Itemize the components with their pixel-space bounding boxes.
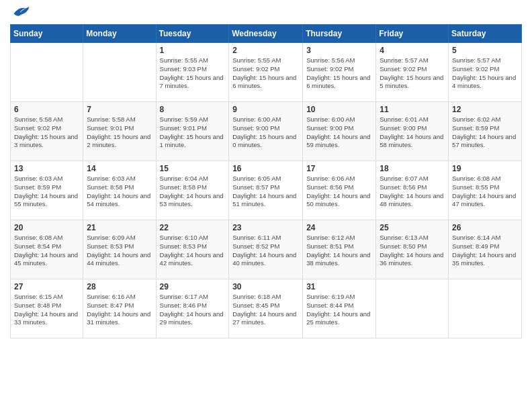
day-number: 22	[160, 223, 226, 232]
calendar-cell: 14Sunrise: 6:03 AM Sunset: 8:58 PM Dayli…	[83, 161, 156, 220]
day-number: 20	[14, 223, 79, 232]
day-number: 23	[232, 223, 299, 232]
calendar-cell: 27Sunrise: 6:15 AM Sunset: 8:48 PM Dayli…	[11, 279, 83, 338]
day-number: 31	[306, 282, 372, 291]
day-number: 14	[87, 164, 152, 173]
calendar-cell: 21Sunrise: 6:09 AM Sunset: 8:53 PM Dayli…	[83, 220, 156, 279]
week-row-1: 1Sunrise: 5:55 AM Sunset: 9:03 PM Daylig…	[11, 43, 522, 102]
day-number: 18	[380, 164, 445, 173]
cell-content: Sunrise: 5:59 AM Sunset: 9:01 PM Dayligh…	[160, 116, 226, 150]
day-number: 25	[380, 223, 445, 232]
cell-content: Sunrise: 6:00 AM Sunset: 9:00 PM Dayligh…	[232, 116, 299, 150]
calendar-cell: 23Sunrise: 6:11 AM Sunset: 8:52 PM Dayli…	[229, 220, 303, 279]
cell-content: Sunrise: 6:05 AM Sunset: 8:57 PM Dayligh…	[232, 175, 299, 209]
cell-content: Sunrise: 6:03 AM Sunset: 8:59 PM Dayligh…	[14, 175, 79, 209]
cell-content: Sunrise: 6:15 AM Sunset: 8:48 PM Dayligh…	[14, 293, 79, 327]
week-row-4: 20Sunrise: 6:08 AM Sunset: 8:54 PM Dayli…	[11, 220, 522, 279]
calendar-cell	[11, 43, 83, 102]
cell-content: Sunrise: 6:13 AM Sunset: 8:50 PM Dayligh…	[380, 234, 445, 268]
calendar-cell: 22Sunrise: 6:10 AM Sunset: 8:53 PM Dayli…	[156, 220, 229, 279]
cell-content: Sunrise: 6:14 AM Sunset: 8:49 PM Dayligh…	[452, 234, 518, 268]
cell-content: Sunrise: 6:08 AM Sunset: 8:55 PM Dayligh…	[452, 175, 518, 209]
calendar-cell: 7Sunrise: 5:58 AM Sunset: 9:01 PM Daylig…	[83, 102, 156, 161]
day-number: 6	[14, 105, 79, 114]
day-number: 9	[232, 105, 299, 114]
calendar-cell: 16Sunrise: 6:05 AM Sunset: 8:57 PM Dayli…	[229, 161, 303, 220]
day-number: 5	[452, 46, 518, 55]
day-number: 29	[160, 282, 226, 291]
cell-content: Sunrise: 6:04 AM Sunset: 8:58 PM Dayligh…	[160, 175, 226, 209]
day-number: 11	[380, 105, 445, 114]
day-number: 1	[160, 46, 226, 55]
calendar-cell: 24Sunrise: 6:12 AM Sunset: 8:51 PM Dayli…	[303, 220, 376, 279]
cell-content: Sunrise: 5:58 AM Sunset: 9:02 PM Dayligh…	[14, 116, 79, 150]
weekday-header-monday: Monday	[83, 25, 156, 43]
cell-content: Sunrise: 6:06 AM Sunset: 8:56 PM Dayligh…	[306, 175, 372, 209]
calendar-cell: 19Sunrise: 6:08 AM Sunset: 8:55 PM Dayli…	[449, 161, 522, 220]
day-number: 12	[452, 105, 518, 114]
logo-bird-icon	[11, 4, 30, 19]
calendar-cell: 6Sunrise: 5:58 AM Sunset: 9:02 PM Daylig…	[11, 102, 83, 161]
day-number: 13	[14, 164, 79, 173]
cell-content: Sunrise: 6:07 AM Sunset: 8:56 PM Dayligh…	[380, 175, 445, 209]
calendar-cell: 1Sunrise: 5:55 AM Sunset: 9:03 PM Daylig…	[156, 43, 229, 102]
day-number: 24	[306, 223, 372, 232]
calendar-cell: 29Sunrise: 6:17 AM Sunset: 8:46 PM Dayli…	[156, 279, 229, 338]
calendar-cell: 4Sunrise: 5:57 AM Sunset: 9:02 PM Daylig…	[376, 43, 449, 102]
weekday-header-sunday: Sunday	[11, 25, 83, 43]
weekday-header-thursday: Thursday	[303, 25, 376, 43]
cell-content: Sunrise: 6:01 AM Sunset: 9:00 PM Dayligh…	[380, 116, 445, 150]
calendar-cell	[83, 43, 156, 102]
cell-content: Sunrise: 6:09 AM Sunset: 8:53 PM Dayligh…	[87, 234, 152, 268]
weekday-header-friday: Friday	[376, 25, 449, 43]
day-number: 19	[452, 164, 518, 173]
week-row-5: 27Sunrise: 6:15 AM Sunset: 8:48 PM Dayli…	[11, 279, 522, 338]
calendar-cell: 5Sunrise: 5:57 AM Sunset: 9:02 PM Daylig…	[449, 43, 522, 102]
day-number: 4	[380, 46, 445, 55]
calendar-cell: 13Sunrise: 6:03 AM Sunset: 8:59 PM Dayli…	[11, 161, 83, 220]
cell-content: Sunrise: 6:10 AM Sunset: 8:53 PM Dayligh…	[160, 234, 226, 268]
day-number: 27	[14, 282, 79, 291]
cell-content: Sunrise: 5:55 AM Sunset: 9:02 PM Dayligh…	[232, 56, 299, 91]
day-number: 17	[306, 164, 372, 173]
day-number: 30	[232, 282, 299, 291]
day-number: 26	[452, 223, 518, 232]
logo	[10, 7, 30, 19]
calendar-cell: 31Sunrise: 6:19 AM Sunset: 8:44 PM Dayli…	[303, 279, 376, 338]
cell-content: Sunrise: 5:57 AM Sunset: 9:02 PM Dayligh…	[452, 56, 518, 91]
cell-content: Sunrise: 6:03 AM Sunset: 8:58 PM Dayligh…	[87, 175, 152, 209]
cell-content: Sunrise: 5:55 AM Sunset: 9:03 PM Dayligh…	[160, 56, 226, 91]
calendar-cell: 11Sunrise: 6:01 AM Sunset: 9:00 PM Dayli…	[376, 102, 449, 161]
day-number: 3	[306, 46, 372, 55]
day-number: 28	[87, 282, 152, 291]
cell-content: Sunrise: 5:57 AM Sunset: 9:02 PM Dayligh…	[380, 56, 445, 91]
cell-content: Sunrise: 6:16 AM Sunset: 8:47 PM Dayligh…	[87, 293, 152, 327]
calendar-cell: 12Sunrise: 6:02 AM Sunset: 8:59 PM Dayli…	[449, 102, 522, 161]
calendar-cell: 18Sunrise: 6:07 AM Sunset: 8:56 PM Dayli…	[376, 161, 449, 220]
calendar-cell: 30Sunrise: 6:18 AM Sunset: 8:45 PM Dayli…	[229, 279, 303, 338]
calendar-cell: 28Sunrise: 6:16 AM Sunset: 8:47 PM Dayli…	[83, 279, 156, 338]
cell-content: Sunrise: 5:58 AM Sunset: 9:01 PM Dayligh…	[87, 116, 152, 150]
cell-content: Sunrise: 6:19 AM Sunset: 8:44 PM Dayligh…	[306, 293, 372, 327]
cell-content: Sunrise: 6:12 AM Sunset: 8:51 PM Dayligh…	[306, 234, 372, 268]
weekday-header-tuesday: Tuesday	[156, 25, 229, 43]
cell-content: Sunrise: 6:02 AM Sunset: 8:59 PM Dayligh…	[452, 116, 518, 150]
weekday-header-saturday: Saturday	[449, 25, 522, 43]
day-number: 8	[160, 105, 226, 114]
day-number: 21	[87, 223, 152, 232]
week-row-3: 13Sunrise: 6:03 AM Sunset: 8:59 PM Dayli…	[11, 161, 522, 220]
weekday-header-row: SundayMondayTuesdayWednesdayThursdayFrid…	[11, 25, 522, 43]
cell-content: Sunrise: 6:11 AM Sunset: 8:52 PM Dayligh…	[232, 234, 299, 268]
cell-content: Sunrise: 6:17 AM Sunset: 8:46 PM Dayligh…	[160, 293, 226, 327]
calendar-cell: 8Sunrise: 5:59 AM Sunset: 9:01 PM Daylig…	[156, 102, 229, 161]
day-number: 7	[87, 105, 152, 114]
calendar-cell: 17Sunrise: 6:06 AM Sunset: 8:56 PM Dayli…	[303, 161, 376, 220]
cell-content: Sunrise: 6:00 AM Sunset: 9:00 PM Dayligh…	[306, 116, 372, 150]
calendar-cell: 20Sunrise: 6:08 AM Sunset: 8:54 PM Dayli…	[11, 220, 83, 279]
calendar-cell	[376, 279, 449, 338]
calendar-cell	[449, 279, 522, 338]
day-number: 2	[232, 46, 299, 55]
calendar-cell: 26Sunrise: 6:14 AM Sunset: 8:49 PM Dayli…	[449, 220, 522, 279]
calendar-cell: 15Sunrise: 6:04 AM Sunset: 8:58 PM Dayli…	[156, 161, 229, 220]
header	[10, 7, 522, 19]
